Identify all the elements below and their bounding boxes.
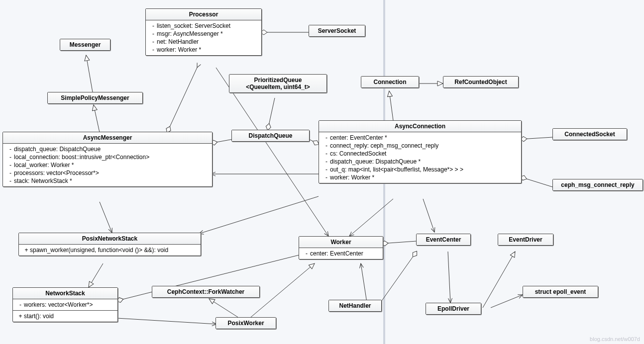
attrs: -dispatch_queue: DispatchQueue -local_co… bbox=[3, 144, 212, 186]
class-name: Worker bbox=[299, 237, 383, 248]
class-worker: Worker -center: EventCenter bbox=[299, 236, 383, 259]
class-name: PosixWorker bbox=[216, 318, 276, 329]
class-messenger: Messenger bbox=[60, 39, 110, 51]
class-name: AsyncConnection bbox=[319, 121, 521, 132]
class-name: EpollDriver bbox=[426, 303, 481, 314]
class-name: NetHandler bbox=[329, 300, 381, 311]
class-epollevent: struct epoll_event bbox=[523, 286, 598, 298]
attrs: -workers: vector<Worker*> bbox=[13, 299, 117, 310]
class-refcountedobject: RefCountedObject bbox=[443, 76, 519, 88]
class-processor: Processor -listen_socket: ServerSocket -… bbox=[145, 8, 262, 56]
class-name: RefCountedObject bbox=[443, 77, 518, 87]
class-asyncconnection: AsyncConnection -center: EventCenter * -… bbox=[319, 120, 522, 183]
class-name: ceph_msg_connect_reply bbox=[553, 179, 643, 190]
class-connectedsocket: ConnectedSocket bbox=[552, 128, 627, 140]
class-dispatchqueue: DispatchQueue bbox=[231, 130, 310, 142]
class-name: DispatchQueue bbox=[232, 130, 309, 141]
class-nethandler: NetHandler bbox=[328, 300, 382, 312]
class-name: PrioritizedQueue <QueueItem, uint64_t> bbox=[229, 75, 326, 92]
class-posixnetworkstack: PosixNetworkStack +spawn_worker(unsigned… bbox=[18, 233, 201, 256]
class-cephreply: ceph_msg_connect_reply bbox=[552, 179, 643, 191]
class-name: AsyncMessenger bbox=[3, 132, 212, 144]
class-eventdriver: EventDriver bbox=[498, 234, 553, 246]
class-name: NetworkStack bbox=[13, 288, 117, 299]
class-name: ServerSocket bbox=[309, 25, 365, 36]
diagram-canvas: Messenger SimplePolicyMessenger Processo… bbox=[0, 0, 644, 344]
class-serversocket: ServerSocket bbox=[309, 25, 365, 37]
class-name: PosixNetworkStack bbox=[19, 233, 201, 245]
class-asyncmessenger: AsyncMessenger -dispatch_queue: Dispatch… bbox=[2, 132, 213, 187]
class-name: EventDriver bbox=[498, 234, 553, 245]
class-name: Processor bbox=[146, 9, 261, 20]
class-name: Connection bbox=[361, 77, 419, 87]
attrs: -center: EventCenter * -connect_reply: c… bbox=[319, 132, 521, 183]
watermark: blog.csdn.net/w007d bbox=[590, 336, 640, 342]
class-name: EventCenter bbox=[417, 234, 470, 245]
ops: +start(): void bbox=[13, 310, 117, 322]
class-name: SimplePolicyMessenger bbox=[48, 92, 142, 103]
class-prioritizedqueue: PrioritizedQueue <QueueItem, uint64_t> bbox=[229, 74, 327, 93]
class-name: CephContext::ForkWatcher bbox=[152, 286, 259, 297]
class-networkstack: NetworkStack -workers: vector<Worker*> +… bbox=[12, 287, 118, 322]
attrs: -center: EventCenter bbox=[299, 248, 383, 259]
class-eventcenter: EventCenter bbox=[416, 234, 471, 246]
class-simplepolicymessenger: SimplePolicyMessenger bbox=[47, 92, 143, 104]
class-forkwatcher: CephContext::ForkWatcher bbox=[152, 286, 260, 298]
class-name: ConnectedSocket bbox=[553, 129, 627, 140]
class-name: Messenger bbox=[60, 39, 110, 50]
class-epolldriver: EpollDriver bbox=[426, 303, 481, 315]
class-posixworker: PosixWorker bbox=[215, 317, 276, 329]
ops: +spawn_worker(unsigned, function<void ()… bbox=[19, 245, 201, 256]
class-name: struct epoll_event bbox=[523, 286, 598, 297]
attrs: -listen_socket: ServerSocket -msgr: Asyn… bbox=[146, 20, 261, 55]
class-connection: Connection bbox=[361, 76, 419, 88]
